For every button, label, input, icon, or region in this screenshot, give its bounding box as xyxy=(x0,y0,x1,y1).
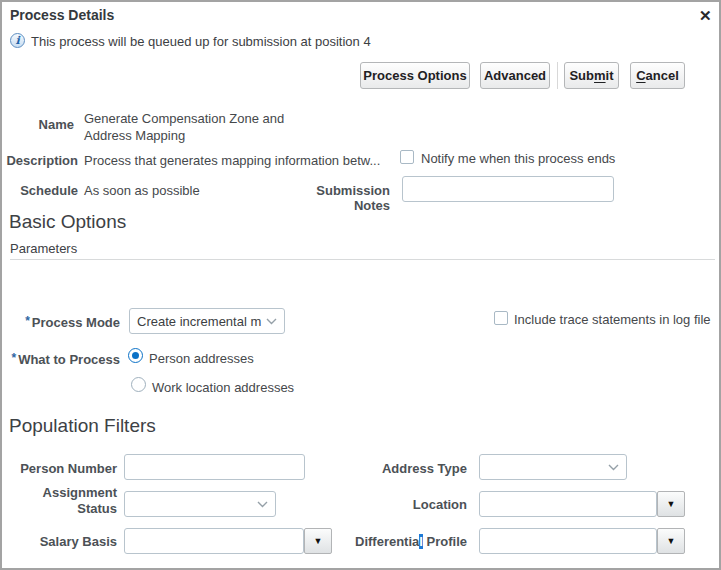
submit-button[interactable]: Submit xyxy=(564,62,619,89)
lov-arrow-icon: ▼ xyxy=(667,536,676,546)
parameters-subheading: Parameters xyxy=(10,241,77,256)
what-to-process-label: *What to Process xyxy=(2,351,120,367)
submit-label-post: it xyxy=(606,68,614,83)
assignment-status-select[interactable] xyxy=(124,491,276,517)
radio-person-addresses-label: Person addresses xyxy=(149,351,254,366)
person-number-label: Person Number xyxy=(2,461,117,476)
what-to-process-required-marker: * xyxy=(11,351,16,365)
process-details-dialog: Process Details ✕ i This process will be… xyxy=(0,0,721,570)
address-type-select[interactable] xyxy=(479,454,627,480)
chevron-down-icon xyxy=(257,501,268,508)
assignment-status-label: Assignment Status xyxy=(27,485,117,517)
salary-basis-lov-button[interactable]: ▼ xyxy=(304,528,332,554)
submit-label-pre: Sub xyxy=(569,68,594,83)
dialog-title: Process Details xyxy=(10,7,114,23)
radio-work-location-addresses-label: Work location addresses xyxy=(152,380,294,395)
location-lov-button[interactable]: ▼ xyxy=(657,491,685,517)
differential-profile-label: Differential Profile xyxy=(342,534,467,549)
population-filters-heading: Population Filters xyxy=(9,415,156,437)
lov-arrow-icon: ▼ xyxy=(667,499,676,509)
salary-basis-label: Salary Basis xyxy=(2,534,117,549)
salary-basis-input[interactable] xyxy=(124,528,304,554)
submit-label-accesskey: m xyxy=(594,68,606,83)
cancel-label-post: ancel xyxy=(646,68,679,83)
process-options-button[interactable]: Process Options xyxy=(360,62,470,89)
name-label: Name xyxy=(2,117,74,132)
chevron-down-icon xyxy=(608,464,619,471)
button-group-divider xyxy=(557,62,558,89)
differential-profile-input[interactable] xyxy=(479,528,657,554)
process-mode-required-marker: * xyxy=(25,314,30,328)
info-icon-glyph: i xyxy=(15,34,19,47)
lov-arrow-icon: ▼ xyxy=(314,536,323,546)
description-value: Process that generates mapping informati… xyxy=(84,153,380,168)
location-input[interactable] xyxy=(479,491,657,517)
process-mode-select[interactable]: Create incremental m xyxy=(129,308,285,334)
address-type-label: Address Type xyxy=(347,461,467,476)
basic-options-heading: Basic Options xyxy=(9,211,126,233)
cancel-button[interactable]: Cancel xyxy=(630,62,685,89)
submission-notes-label: Submission Notes xyxy=(278,183,390,213)
submission-notes-input[interactable] xyxy=(402,176,614,202)
advanced-button[interactable]: Advanced xyxy=(480,62,550,89)
process-mode-value: Create incremental m xyxy=(137,314,261,329)
cancel-label-accesskey: C xyxy=(636,68,645,83)
parameters-divider xyxy=(10,259,715,260)
radio-person-addresses[interactable] xyxy=(128,348,143,363)
differential-profile-label-post: Profile xyxy=(423,534,467,549)
differential-profile-label-pre: Differentia xyxy=(355,534,419,549)
process-mode-label: *Process Mode xyxy=(2,314,120,330)
chevron-down-icon xyxy=(266,318,277,325)
differential-profile-lov-button[interactable]: ▼ xyxy=(657,528,685,554)
info-icon: i xyxy=(10,33,25,48)
location-label: Location xyxy=(347,497,467,512)
trace-checkbox-label: Include trace statements in log file xyxy=(514,312,711,327)
trace-checkbox[interactable] xyxy=(494,311,508,325)
radio-work-location-addresses[interactable] xyxy=(131,377,146,392)
description-label: Description xyxy=(2,153,78,168)
schedule-value: As soon as possible xyxy=(84,183,200,198)
close-icon[interactable]: ✕ xyxy=(699,8,712,23)
schedule-label: Schedule xyxy=(2,183,78,198)
notify-checkbox-label: Notify me when this process ends xyxy=(421,151,615,166)
name-value: Generate Compensation Zone and Address M… xyxy=(84,110,289,144)
what-to-process-label-text: What to Process xyxy=(18,352,120,367)
info-message: This process will be queued up for submi… xyxy=(31,34,371,49)
process-mode-label-text: Process Mode xyxy=(32,315,120,330)
person-number-input[interactable] xyxy=(124,454,305,480)
notify-checkbox[interactable] xyxy=(400,150,414,164)
